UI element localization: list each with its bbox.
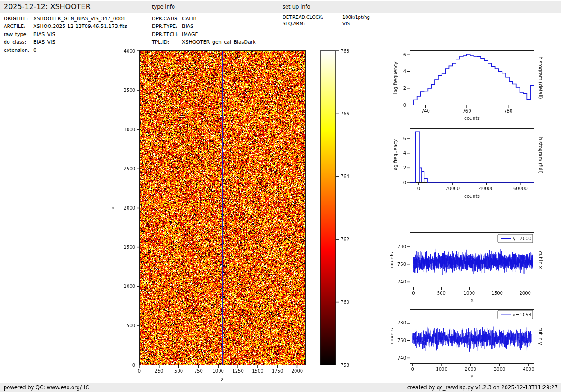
colorbar-tick-label: 758	[341, 363, 349, 368]
right-axis-label: cut in y	[538, 327, 543, 345]
file-info-label: ORIGFILE:	[4, 15, 33, 23]
x-tick-label: 740	[421, 109, 430, 114]
x-tick-label: 780	[504, 109, 512, 114]
x-tick-label: 1000	[436, 367, 447, 372]
x-tick-label: 0	[411, 367, 414, 372]
x-tick-label: 0	[412, 291, 415, 296]
setup-info-label: SEQ.ARM:	[283, 21, 342, 27]
right-axis-label: histogram (detail)	[538, 56, 543, 99]
file-info-value: XSHOO.2025-12-13T09:46:51.173.fits	[33, 23, 127, 29]
x-tick-label: 750	[194, 369, 203, 374]
type-info-row: TPL.ID:XSHOOTER_gen_cal_BiasDark	[152, 38, 256, 46]
x-tick-label: 3000	[494, 367, 505, 372]
plot-box	[410, 128, 534, 182]
x-tick-label: 0	[417, 186, 420, 191]
footer-bar: powered by QC: www.eso.org/HC created by…	[0, 383, 561, 392]
x-axis-label: X	[220, 377, 223, 382]
type-info-heading: type info	[152, 1, 175, 13]
y-tick-label: 0	[132, 363, 135, 368]
type-info-label: TPL.ID:	[152, 38, 182, 46]
footer-created-by: created by qc_rawdisp.py v1.2.3 on 2025-…	[407, 383, 558, 392]
type-info-label: DPR.TYPE:	[152, 23, 182, 30]
colorbar-tick-label: 768	[341, 49, 349, 54]
y-tick-label: 780	[397, 244, 406, 249]
file-info-block: ORIGFILE:XSHOOTER_GEN_BIAS_VIS_347_0001 …	[4, 15, 127, 54]
file-info-value: BIAS_VIS	[33, 39, 55, 45]
x-tick-label: 1000	[213, 369, 224, 374]
type-info-row: DPR.CATG:CALIB	[152, 15, 256, 23]
x-tick-label: 500	[437, 291, 446, 296]
histogram-detail-curve	[410, 54, 534, 105]
x-tick-label: 4000	[523, 367, 534, 372]
x-tick-label: 1500	[492, 291, 503, 296]
y-tick-label: 740	[397, 279, 406, 284]
y-axis-label: log frequency	[392, 139, 398, 172]
setup-info-heading: set-up info	[283, 1, 310, 13]
setup-info-row: SEQ.ARM:VIS	[283, 21, 370, 27]
cut-in-y-curve	[413, 326, 531, 351]
x-tick-label: 2000	[292, 369, 303, 374]
setup-info-value: 100k/1pt/hg	[342, 15, 370, 20]
x-axis-label: X	[470, 298, 474, 303]
y-tick-label: 6	[403, 52, 406, 57]
legend-label: x=1053	[513, 312, 532, 317]
type-info-value: CALIB	[182, 16, 196, 22]
colorbar-tick-label: 764	[341, 174, 349, 179]
right-axis-label: cut in x	[538, 251, 543, 269]
setup-info-label: DET.READ.CLOCK:	[283, 14, 342, 21]
plot-box	[410, 233, 534, 287]
file-info-row: do_class:BIAS_VIS	[4, 38, 127, 46]
setup-info-block: DET.READ.CLOCK:100k/1pt/hg SEQ.ARM:VIS	[283, 14, 370, 27]
y-tick-label: 780	[397, 320, 406, 325]
y-tick-label: 0	[403, 103, 406, 108]
type-info-value: BIAS	[182, 23, 193, 29]
x-tick-label: 2000	[519, 291, 530, 296]
x-tick-label: 20000	[445, 186, 460, 191]
x-tick-label: 250	[155, 369, 163, 374]
file-info-value: 0	[33, 47, 36, 53]
x-tick-label: 500	[174, 369, 183, 374]
file-info-label: extension:	[4, 46, 33, 54]
y-tick-label: 3500	[124, 88, 135, 93]
file-info-row: ARCFILE:XSHOO.2025-12-13T09:46:51.173.fi…	[4, 23, 127, 30]
y-tick-label: 760	[397, 338, 406, 343]
y-tick-label: 2000	[124, 205, 135, 210]
x-axis-label: counts	[464, 115, 480, 121]
y-tick-label: 4	[403, 69, 406, 74]
legend-box	[498, 310, 533, 319]
plot-box	[410, 50, 534, 105]
legend-label: y=2000	[513, 236, 532, 241]
x-tick-label: 1500	[252, 369, 263, 374]
y-tick-label: 760	[397, 262, 406, 267]
y-tick-label: 1000	[124, 284, 135, 289]
x-axis-label: Y	[470, 374, 474, 379]
y-tick-label: 2500	[124, 166, 135, 171]
file-info-value: BIAS_VIS	[33, 32, 55, 37]
header-bar: 2025-12-12: XSHOOTER type info set-up in…	[0, 1, 561, 13]
file-info-label: ARCFILE:	[4, 23, 33, 30]
plot-box	[410, 309, 534, 363]
y-tick-label: 1500	[124, 245, 135, 250]
type-info-value: IMAGE	[182, 32, 198, 37]
bias-image	[139, 51, 305, 365]
right-axis-label: histogram (full)	[538, 137, 543, 174]
y-axis-label: log frequency	[392, 61, 398, 94]
setup-info-value: VIS	[342, 21, 350, 26]
y-tick-label: 2	[403, 86, 406, 91]
x-tick-label: 40000	[479, 186, 494, 191]
page-title: 2025-12-12: XSHOOTER	[4, 1, 91, 13]
x-tick-label: 60000	[513, 186, 528, 191]
y-axis-label: counts	[389, 328, 394, 344]
file-info-row: ORIGFILE:XSHOOTER_GEN_BIAS_VIS_347_0001	[4, 15, 127, 23]
y-tick-label: 2	[403, 165, 406, 170]
legend-box	[498, 234, 533, 243]
x-tick-label: 1000	[464, 291, 475, 296]
colorbar-tick-label: 760	[341, 300, 349, 305]
y-tick-label: 740	[397, 356, 406, 360]
type-info-row: DPR.TYPE:BIAS	[152, 23, 256, 30]
y-axis-label: counts	[389, 252, 394, 268]
file-info-row: extension:0	[4, 46, 127, 54]
x-tick-label: 1250	[232, 369, 243, 374]
cut-in-x-curve	[413, 249, 533, 276]
y-tick-label: 6	[403, 136, 406, 141]
